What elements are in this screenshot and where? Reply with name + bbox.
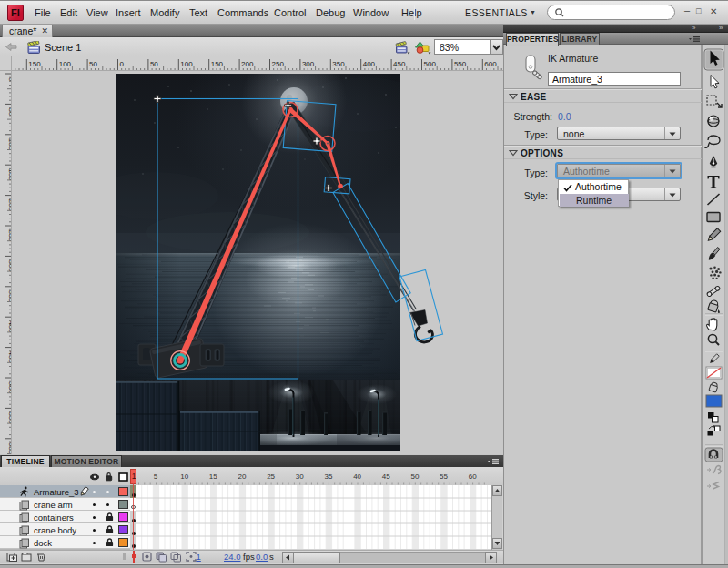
svg-text:25: 25 <box>267 472 275 481</box>
svg-text:450: 450 <box>393 60 406 68</box>
svg-text:0: 0 <box>120 60 125 68</box>
svg-text:55: 55 <box>440 472 448 481</box>
svg-text:20: 20 <box>238 472 247 481</box>
svg-text:40: 40 <box>353 472 361 481</box>
svg-text:150: 150 <box>211 60 224 68</box>
svg-text:400: 400 <box>363 60 376 68</box>
svg-text:550: 550 <box>454 60 467 68</box>
svg-text:200: 200 <box>241 60 254 68</box>
svg-text:35: 35 <box>324 472 332 481</box>
svg-text:50: 50 <box>410 472 419 481</box>
svg-text:50: 50 <box>89 60 97 68</box>
svg-text:50: 50 <box>150 60 158 68</box>
svg-text:600: 600 <box>484 60 497 68</box>
svg-text:30: 30 <box>296 472 304 481</box>
svg-text:250: 250 <box>272 60 285 68</box>
svg-text:100: 100 <box>59 60 72 68</box>
svg-text:15: 15 <box>209 472 217 481</box>
svg-text:10: 10 <box>180 472 188 481</box>
svg-text:500: 500 <box>424 60 437 68</box>
svg-text:300: 300 <box>302 60 315 68</box>
svg-text:150: 150 <box>28 60 41 68</box>
svg-text:100: 100 <box>180 60 193 68</box>
svg-text:350: 350 <box>332 60 345 68</box>
svg-text:45: 45 <box>382 472 390 481</box>
svg-text:60: 60 <box>469 472 477 481</box>
svg-text:5: 5 <box>154 472 158 481</box>
